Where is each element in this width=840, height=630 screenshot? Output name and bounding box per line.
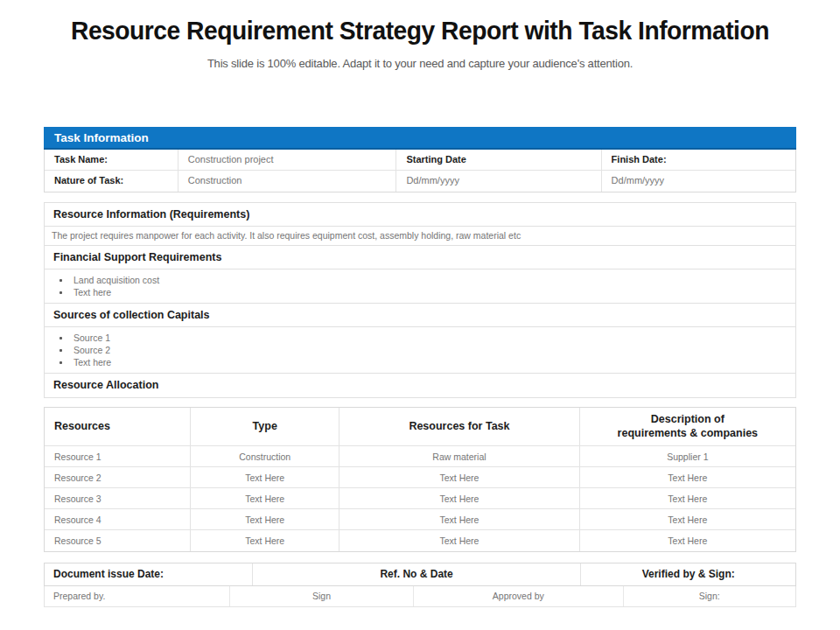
verified-by-sign-label: Verified by & Sign:: [581, 564, 795, 585]
list-item: Text here: [45, 356, 795, 368]
task-information-header-bar: Task Information: [44, 127, 796, 150]
nature-of-task-label: Nature of Task:: [45, 171, 178, 192]
document-issue-date-label: Document issue Date:: [45, 564, 253, 585]
task-name-value[interactable]: Construction project: [178, 150, 397, 171]
table-cell[interactable]: Text Here: [191, 509, 340, 530]
table-cell[interactable]: Construction: [191, 446, 340, 467]
bullet-icon: [60, 291, 62, 294]
sign-label[interactable]: Sign: [230, 586, 414, 606]
table-cell[interactable]: Text Here: [191, 467, 340, 488]
bullet-text: Text here: [74, 287, 111, 298]
table-cell[interactable]: Text Here: [340, 467, 580, 488]
page-title: Resource Requirement Strategy Report wit…: [25, 16, 815, 46]
task-name-label: Task Name:: [45, 150, 178, 171]
bullet-icon: [60, 337, 62, 340]
table-cell[interactable]: Resource 1: [45, 446, 191, 467]
bullet-icon: [60, 279, 62, 282]
table-cell[interactable]: Text Here: [580, 488, 795, 509]
slide: Resource Requirement Strategy Report wit…: [0, 16, 840, 630]
resource-allocation-heading: Resource Allocation: [45, 374, 795, 397]
table-cell[interactable]: Resource 5: [45, 530, 191, 551]
table-cell[interactable]: Raw material: [340, 446, 580, 467]
signoff-header-row: Document issue Date: Ref. No & Date Veri…: [44, 563, 796, 586]
signoff-detail-row: Prepared by. Sign Approved by Sign:: [44, 586, 796, 607]
table-cell[interactable]: Resource 3: [45, 488, 191, 509]
table-cell[interactable]: Text Here: [191, 488, 340, 509]
page-subtitle: This slide is 100% editable. Adapt it to…: [0, 57, 840, 70]
starting-date-value[interactable]: Dd/mm/yyyy: [396, 171, 601, 192]
approved-by-label[interactable]: Approved by: [414, 586, 623, 606]
table-cell[interactable]: Text Here: [340, 530, 580, 551]
starting-date-label: Starting Date: [396, 150, 601, 171]
column-header-description: Description of requirements & companies: [580, 408, 795, 446]
bullet-text: Source 2: [74, 345, 110, 355]
list-item: Source 2: [45, 344, 795, 356]
table-cell[interactable]: Text Here: [340, 488, 580, 509]
bullet-text: Source 1: [74, 332, 110, 343]
bullet-text: Land acquisition cost: [74, 275, 159, 285]
finish-date-label: Finish Date:: [602, 150, 795, 171]
prepared-by-label[interactable]: Prepared by.: [45, 586, 230, 606]
requirements-sections: Resource Information (Requirements) The …: [44, 202, 796, 398]
list-item: Text here: [45, 286, 795, 298]
column-header-resources-for-task: Resources for Task: [340, 408, 580, 446]
table-cell[interactable]: Resource 2: [45, 467, 191, 488]
list-item: Land acquisition cost: [45, 274, 795, 286]
bullet-text: Text here: [74, 357, 111, 368]
ref-no-date-label: Ref. No & Date: [253, 564, 582, 585]
report-body: Task Information Task Name: Construction…: [44, 127, 796, 607]
table-cell[interactable]: Supplier 1: [580, 446, 795, 467]
resource-information-body: The project requires manpower for each a…: [45, 227, 795, 246]
table-cell[interactable]: Resource 4: [45, 509, 191, 530]
table-cell[interactable]: Text Here: [580, 530, 795, 551]
sources-of-capitals-heading: Sources of collection Capitals: [45, 304, 795, 327]
financial-support-bullets: Land acquisition cost Text here: [45, 270, 795, 304]
sources-of-capitals-bullets: Source 1 Source 2 Text here: [45, 327, 795, 374]
task-information-header-label: Task Information: [54, 131, 149, 144]
finish-date-value[interactable]: Dd/mm/yyyy: [602, 171, 795, 192]
column-header-resources: Resources: [45, 408, 191, 446]
nature-of-task-value[interactable]: Construction: [178, 171, 397, 192]
table-cell[interactable]: Text Here: [340, 509, 580, 530]
table-cell[interactable]: Text Here: [580, 509, 795, 530]
task-info-table: Task Name: Construction project Starting…: [44, 150, 796, 192]
financial-support-heading: Financial Support Requirements: [45, 246, 795, 270]
list-item: Source 1: [45, 332, 795, 344]
bullet-icon: [60, 361, 62, 364]
table-cell[interactable]: Text Here: [580, 467, 795, 488]
resource-allocation-table: Resources Type Resources for Task Descri…: [44, 407, 796, 552]
table-cell[interactable]: Text Here: [191, 530, 340, 551]
resource-information-heading: Resource Information (Requirements): [45, 203, 795, 227]
column-header-type: Type: [191, 408, 340, 446]
bullet-icon: [60, 349, 62, 352]
sign-colon-label[interactable]: Sign:: [624, 586, 795, 606]
